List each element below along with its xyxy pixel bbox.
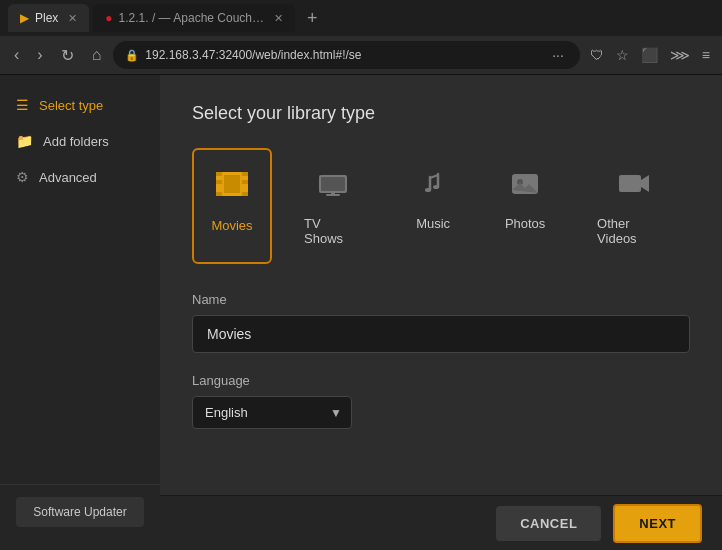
footer: CANCEL NEXT <box>160 495 722 550</box>
address-text: 192.168.3.47:32400/web/index.html#!/se <box>145 48 542 62</box>
sidebar-item-select-type[interactable]: ☰ Select type <box>0 87 160 123</box>
sidebar-label-select-type: Select type <box>39 98 103 113</box>
home-button[interactable]: ⌂ <box>86 42 108 68</box>
gear-icon: ⚙ <box>16 169 29 185</box>
sidebar-label-add-folders: Add folders <box>43 134 109 149</box>
plex-tab-icon: ▶ <box>20 11 29 25</box>
svg-rect-16 <box>619 175 641 192</box>
svg-rect-7 <box>224 175 240 193</box>
tab-bar: ▶ Plex ✕ ● 1.2.1. / — Apache Couch… ✕ + <box>0 0 722 36</box>
movies-icon <box>214 166 250 210</box>
library-type-music[interactable]: Music <box>393 148 473 264</box>
lock-icon: 🔒 <box>125 49 139 62</box>
software-updater-button[interactable]: Software Updater <box>16 497 144 527</box>
svg-rect-11 <box>331 193 335 195</box>
library-icon[interactable]: ⬛ <box>637 43 662 67</box>
shield-icon[interactable]: 🛡 <box>586 43 608 67</box>
content-area: Select your library type Movies TV Shows <box>160 75 722 550</box>
toolbar-icons: 🛡 ☆ ⬛ ⋙ ≡ <box>586 43 714 67</box>
svg-rect-5 <box>216 180 222 184</box>
name-field-group: Name <box>192 292 690 353</box>
tv-shows-label: TV Shows <box>304 216 361 246</box>
app: ☰ Select type 📁 Add folders ⚙ Advanced S… <box>0 75 722 550</box>
bookmark-icon[interactable]: ☆ <box>612 43 633 67</box>
address-bar-row: ‹ › ↻ ⌂ 🔒 192.168.3.47:32400/web/index.h… <box>0 36 722 74</box>
language-select[interactable]: English French German Spanish Japanese <box>192 396 352 429</box>
svg-rect-1 <box>216 172 222 176</box>
sidebar-label-advanced: Advanced <box>39 170 97 185</box>
new-tab-button[interactable]: + <box>299 8 326 29</box>
tab-apache[interactable]: ● 1.2.1. / — Apache Couch… ✕ <box>93 4 295 32</box>
sidebar: ☰ Select type 📁 Add folders ⚙ Advanced S… <box>0 75 160 550</box>
sidebar-item-advanced[interactable]: ⚙ Advanced <box>0 159 160 195</box>
photos-label: Photos <box>505 216 545 231</box>
back-button[interactable]: ‹ <box>8 42 25 68</box>
folder-icon: 📁 <box>16 133 33 149</box>
svg-point-13 <box>433 185 439 189</box>
name-label: Name <box>192 292 690 307</box>
page-title: Select your library type <box>192 103 690 124</box>
language-select-wrapper: English French German Spanish Japanese ▼ <box>192 396 352 429</box>
reload-button[interactable]: ↻ <box>55 42 80 69</box>
apache-tab-close[interactable]: ✕ <box>274 12 283 25</box>
photos-icon <box>508 166 542 208</box>
apache-tab-icon: ● <box>105 11 112 25</box>
main-panel: Select your library type Movies TV Shows <box>160 75 722 495</box>
svg-rect-6 <box>242 180 248 184</box>
sidebar-item-add-folders[interactable]: 📁 Add folders <box>0 123 160 159</box>
other-videos-icon <box>617 166 651 208</box>
plex-tab-close[interactable]: ✕ <box>68 12 77 25</box>
music-label: Music <box>416 216 450 231</box>
tab-plex[interactable]: ▶ Plex ✕ <box>8 4 89 32</box>
forward-button[interactable]: › <box>31 42 48 68</box>
library-type-photos[interactable]: Photos <box>485 148 565 264</box>
language-field-group: Language English French German Spanish J… <box>192 373 690 429</box>
svg-rect-3 <box>216 192 222 196</box>
next-button[interactable]: NEXT <box>613 504 702 543</box>
more-options-icon[interactable]: ··· <box>548 43 568 67</box>
tv-shows-icon <box>316 166 350 208</box>
other-videos-label: Other Videos <box>597 216 670 246</box>
svg-rect-2 <box>242 172 248 176</box>
browser-chrome: ▶ Plex ✕ ● 1.2.1. / — Apache Couch… ✕ + … <box>0 0 722 75</box>
svg-rect-9 <box>321 177 345 191</box>
name-input[interactable] <box>192 315 690 353</box>
extensions-icon[interactable]: ⋙ <box>666 43 694 67</box>
plex-tab-label: Plex <box>35 11 58 25</box>
address-bar[interactable]: 🔒 192.168.3.47:32400/web/index.html#!/se… <box>113 41 580 69</box>
cancel-button[interactable]: CANCEL <box>496 506 601 541</box>
svg-rect-4 <box>242 192 248 196</box>
list-icon: ☰ <box>16 97 29 113</box>
svg-point-12 <box>425 188 431 192</box>
library-type-tv-shows[interactable]: TV Shows <box>284 148 381 264</box>
movies-label: Movies <box>211 218 252 233</box>
library-type-movies[interactable]: Movies <box>192 148 272 264</box>
music-icon <box>416 166 450 208</box>
menu-icon[interactable]: ≡ <box>698 43 714 67</box>
library-type-other-videos[interactable]: Other Videos <box>577 148 690 264</box>
library-type-grid: Movies TV Shows Music Photos Other Video… <box>192 148 690 264</box>
language-label: Language <box>192 373 690 388</box>
sidebar-bottom: Software Updater <box>0 484 160 539</box>
apache-tab-label: 1.2.1. / — Apache Couch… <box>119 11 264 25</box>
